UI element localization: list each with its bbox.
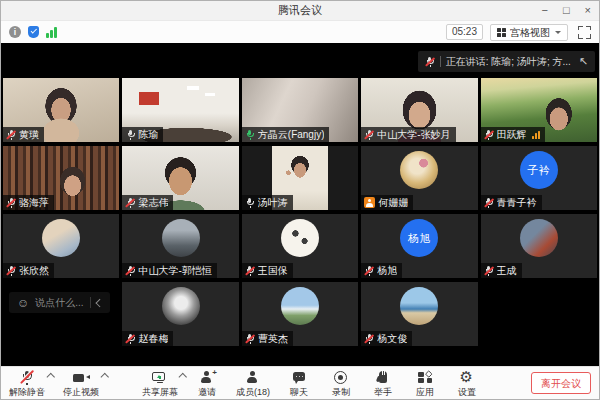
mic-muted-icon: [484, 266, 494, 276]
meeting-info-icon[interactable]: [9, 26, 21, 38]
participant-avatar: 杨旭: [400, 219, 438, 257]
participant-nameplate: 黄璜: [3, 127, 44, 142]
chat-placeholder[interactable]: 说点什么...: [35, 296, 83, 310]
members-icon: [244, 370, 262, 386]
mic-muted-icon: [18, 370, 36, 386]
participant-nameplate: 中山大学-郭恺恒: [122, 263, 216, 278]
network-quality-icon[interactable]: [46, 27, 57, 38]
toolbar-item-apps[interactable]: 应用: [412, 370, 438, 397]
mic-muted-icon: [364, 130, 374, 140]
participant-nameplate: 张欣然: [3, 263, 54, 278]
participant-name: 骆海萍: [19, 197, 49, 208]
participant-nameplate: 杨旭: [361, 263, 402, 278]
toolbar-item-label: 共享屏幕: [142, 387, 178, 397]
participant-nameplate: 青青子衿: [481, 195, 542, 210]
participant-tile[interactable]: 王成: [481, 214, 597, 278]
participant-name: 何姗姗: [378, 197, 408, 208]
mic-muted-icon: [6, 198, 16, 208]
toolbar-item-invite[interactable]: +邀请: [194, 370, 220, 397]
participant-nameplate: 陈瑜: [122, 127, 163, 142]
raise-hand-icon: [374, 370, 392, 386]
participant-name: 中山大学-张妙月: [377, 129, 450, 140]
maximize-button[interactable]: □: [563, 5, 570, 16]
participant-name: 方晶云(Fangjy): [258, 129, 325, 140]
participant-tile[interactable]: 曹英杰: [242, 282, 358, 346]
leave-meeting-button[interactable]: 离开会议: [531, 372, 591, 394]
participant-tile[interactable]: 方晶云(Fangjy): [242, 78, 358, 142]
emoji-icon[interactable]: ☺: [17, 297, 29, 309]
chevron-down-icon: [555, 31, 561, 34]
participant-avatar: [42, 219, 80, 257]
participant-tile[interactable]: 子衿青青子衿: [481, 146, 597, 210]
participant-avatar: [162, 219, 200, 257]
view-mode-label: 宫格视图: [510, 27, 550, 38]
participant-nameplate: 方晶云(Fangjy): [242, 127, 330, 142]
fullscreen-button[interactable]: [578, 26, 591, 39]
participant-nameplate: 汤叶涛: [242, 195, 293, 210]
camera-icon: [72, 370, 90, 386]
participant-tile[interactable]: 黄璜: [3, 78, 119, 142]
participant-name: 中山大学-郭恺恒: [138, 265, 211, 276]
toolbar-item-record[interactable]: 录制: [328, 370, 354, 397]
chevron-up-icon[interactable]: [179, 372, 187, 380]
participant-nameplate: 杨文俊: [361, 331, 412, 346]
window-title: 腾讯会议: [1, 1, 599, 20]
titlebar: 腾讯会议 − □ ×: [1, 1, 599, 21]
participant-name: 汤叶涛: [258, 197, 288, 208]
participant-tile[interactable]: 中山大学-郭恺恒: [122, 214, 238, 278]
toolbar-item-label: 应用: [416, 387, 434, 397]
toolbar-item-stop-video[interactable]: 停止视频: [63, 370, 99, 397]
participant-nameplate: 王成: [481, 263, 522, 278]
mic-muted-icon: [245, 266, 255, 276]
mic-on-icon: [245, 198, 255, 208]
toolbar-item-share-screen[interactable]: 共享屏幕: [142, 370, 178, 397]
security-shield-icon[interactable]: [28, 26, 39, 39]
participant-tile[interactable]: 梁志伟: [122, 146, 238, 210]
phone-user-icon: [364, 197, 375, 208]
meeting-duration: 05:23: [446, 24, 483, 40]
banner-collapse-arrow-icon[interactable]: ↖: [579, 56, 588, 67]
chat-input-collapsed[interactable]: ☺ 说点什么...: [9, 292, 110, 313]
participant-tile[interactable]: 张欣然: [3, 214, 119, 278]
participant-nameplate: 梁志伟: [122, 195, 173, 210]
view-mode-button[interactable]: 宫格视图: [490, 24, 568, 41]
participant-tile[interactable]: 何姗姗: [361, 146, 477, 210]
participant-nameplate: 王国保: [242, 263, 293, 278]
participant-name: 梁志伟: [138, 197, 168, 208]
participant-tile[interactable]: 杨文俊: [361, 282, 477, 346]
participant-tile[interactable]: 汤叶涛: [242, 146, 358, 210]
toolbar-item-raise-hand[interactable]: 举手: [370, 370, 396, 397]
toolbar-item-label: 设置: [458, 387, 476, 397]
network-signal-icon: [532, 131, 540, 139]
toolbar-item-label: 成员(18): [236, 387, 270, 397]
toolbar-item-unmute[interactable]: 解除静音: [9, 370, 45, 397]
participant-avatar: [281, 219, 319, 257]
mic-muted-icon: [245, 334, 255, 344]
settings-gear-icon: [458, 370, 476, 386]
mic-muted-icon: [484, 130, 494, 140]
participant-name: 赵春梅: [138, 333, 168, 344]
participant-tile[interactable]: 王国保: [242, 214, 358, 278]
chevron-left-icon[interactable]: [95, 299, 103, 307]
chevron-up-icon[interactable]: [46, 372, 54, 380]
toolbar-item-members[interactable]: 成员(18): [236, 370, 270, 397]
participant-avatar: [281, 287, 319, 325]
grid-view-icon: [497, 28, 506, 37]
toolbar-item-chat[interactable]: 聊天: [286, 370, 312, 397]
close-button[interactable]: ×: [585, 5, 591, 16]
participant-nameplate: 田跃辉: [481, 127, 545, 142]
chevron-up-icon[interactable]: [100, 372, 108, 380]
participant-tile[interactable]: 中山大学-张妙月: [361, 78, 477, 142]
participant-tile[interactable]: 田跃辉: [481, 78, 597, 142]
participant-avatar: [520, 219, 558, 257]
participant-tile[interactable]: 赵春梅: [122, 282, 238, 346]
participant-tile[interactable]: 陈瑜: [122, 78, 238, 142]
mic-muted-icon: [125, 334, 135, 344]
mic-muted-icon: [484, 198, 494, 208]
toolbar-item-label: 邀请: [198, 387, 216, 397]
minimize-button[interactable]: −: [541, 5, 547, 16]
participant-tile[interactable]: 骆海萍: [3, 146, 119, 210]
participant-tile[interactable]: 杨旭杨旭: [361, 214, 477, 278]
toolbar-item-settings[interactable]: 设置: [454, 370, 480, 397]
participant-avatar: [400, 151, 438, 189]
